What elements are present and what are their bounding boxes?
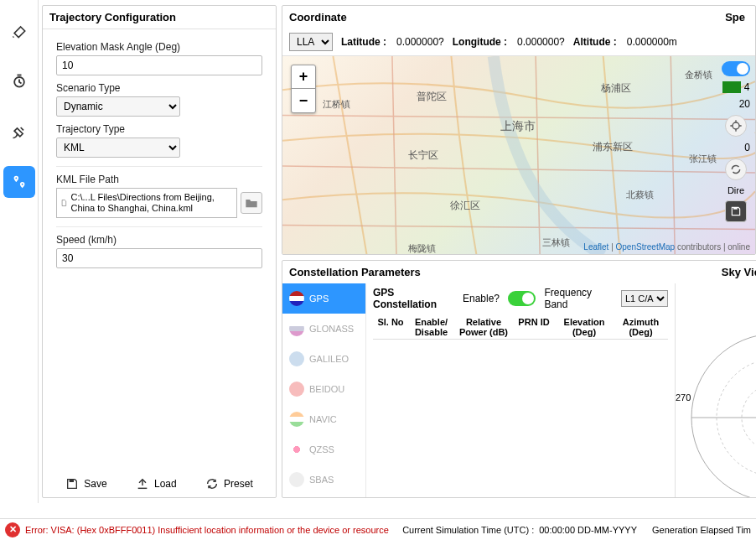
kml-file-icon (60, 197, 67, 209)
side-value: 0 (744, 142, 750, 153)
lon-value: 0.000000? (517, 36, 565, 48)
map-label: 江桥镇 (323, 98, 350, 111)
coord-system-select[interactable]: LLA (289, 33, 333, 51)
satellite-tab-icon[interactable] (3, 116, 35, 148)
const-item-qzss[interactable]: QZSS (282, 434, 365, 465)
constellation-title: Constellation Parameters (282, 261, 427, 283)
map-label: 杨浦区 (601, 81, 631, 96)
speed-input[interactable] (56, 248, 262, 268)
refresh-icon (730, 164, 742, 175)
lat-label: Latitude : (341, 36, 386, 48)
save-button[interactable]: Save (65, 477, 106, 491)
col-azim: Azimuth (Deg) (614, 315, 668, 340)
speed-title: Spe (718, 6, 752, 29)
enable-toggle[interactable] (508, 291, 536, 306)
svg-point-2 (733, 122, 739, 129)
map-layer-toggle[interactable] (722, 61, 750, 76)
legend-green (722, 81, 741, 93)
map-roads (282, 56, 755, 254)
map-side-controls: 4 20 0 Dire (722, 61, 750, 222)
elev-mask-input[interactable] (56, 55, 262, 75)
const-item-sbas[interactable]: SBAS (282, 465, 365, 495)
sim-time-value: 00:00:00 DD-MM-YYYY (539, 525, 637, 535)
time-tab-icon[interactable] (3, 65, 35, 97)
error-text: Error: VISA: (Hex 0xBFFF0011) Insufficie… (25, 525, 389, 535)
scenario-type-label: Scenario Type (56, 82, 262, 94)
const-item-gps[interactable]: GPS (282, 283, 365, 314)
col-power: Relative Power (dB) (454, 315, 513, 340)
traj-type-label: Trajectory Type (56, 123, 262, 135)
map-attribution: Leaflet | OpenStreetMap contributors | o… (583, 242, 750, 252)
coordinate-title: Coordinate (282, 6, 354, 29)
svg-rect-3 (733, 207, 738, 209)
sky-view-panel: 270 (675, 283, 756, 497)
constellation-panel: Constellation Parameters Sky View GPS GL… (282, 260, 756, 498)
col-enable: Enable/ Disable (408, 315, 454, 340)
locate-button[interactable] (725, 115, 747, 137)
const-item-glonass[interactable]: GLONASS (282, 314, 365, 344)
osm-link[interactable]: OpenStreetMap (616, 242, 676, 252)
scenario-type-select[interactable]: Dynamic (56, 96, 180, 117)
constellation-list: GPS GLONASS GALILEO BEIDOU NAVIC QZSS SB… (282, 283, 366, 497)
alt-label: Altitude : (573, 36, 617, 48)
const-item-galileo[interactable]: GALILEO (282, 344, 365, 374)
zoom-out-button[interactable]: − (292, 89, 315, 112)
side-value: 20 (739, 98, 750, 110)
traj-type-select[interactable]: KML (56, 138, 180, 158)
col-elev: Elevation (Deg) (555, 315, 614, 340)
svg-point-4 (691, 334, 756, 497)
const-header: GPS Constellation (373, 287, 454, 310)
map-label: 张江镇 (689, 153, 717, 165)
map-view[interactable]: 普陀区 杨浦区 上海市 长宁区 浦东新区 徐汇区 金桥镇 张江镇 北蔡镇 三林镇… (282, 56, 755, 254)
save-icon (65, 477, 79, 491)
preset-button[interactable]: Preset (205, 477, 253, 491)
flag-icon-eu (289, 351, 304, 366)
status-bar: ✕ Error: VISA: (Hex 0xBFFF0011) Insuffic… (0, 518, 756, 540)
const-item-navic[interactable]: NAVIC (282, 404, 365, 434)
refresh-map-button[interactable] (725, 158, 747, 180)
kml-path-text: C:\...L Files\Directions from Beijing, C… (70, 192, 233, 214)
coordinate-panel: Coordinate Spe LLA Latitude : 0.000000? … (282, 5, 756, 255)
settings-tab-icon[interactable] (3, 15, 35, 47)
load-icon (136, 477, 149, 491)
leaflet-link[interactable]: Leaflet (583, 242, 608, 252)
gen-time-label: Generation Elapsed Tim (652, 525, 751, 535)
enable-label: Enable? (463, 293, 500, 304)
flag-icon-none (289, 472, 304, 487)
freq-band-label: Frequency Band (544, 287, 613, 310)
browse-kml-button[interactable] (241, 192, 262, 214)
map-label: 三林镇 (542, 236, 570, 249)
speed-label: Speed (km/h) (56, 234, 262, 246)
const-item-beidou[interactable]: BEIDOU (282, 374, 365, 404)
nav-rail (0, 0, 39, 503)
kml-path-field[interactable]: C:\...L Files\Directions from Beijing, C… (56, 188, 237, 218)
col-slno: Sl. No (373, 315, 408, 340)
direction-label: Dire (728, 185, 744, 195)
freq-band-select[interactable]: L1 C/A (621, 290, 668, 307)
trajectory-config-panel: Trajectory Configuration Elevation Mask … (42, 5, 277, 498)
panel-title: Trajectory Configuration (43, 6, 276, 29)
flag-icon-cn (289, 382, 304, 397)
refresh-icon (205, 477, 219, 491)
sky-view-title: Sky View (715, 261, 756, 283)
flag-icon-ru (289, 321, 304, 336)
map-label: 金桥镇 (685, 69, 712, 81)
crosshair-icon (729, 119, 743, 132)
load-button[interactable]: Load (136, 477, 177, 491)
kml-label: KML File Path (56, 174, 262, 185)
map-label: 梅陇镇 (408, 242, 436, 254)
map-label: 北蔡镇 (626, 189, 654, 201)
save-map-button[interactable] (725, 200, 747, 222)
svg-rect-1 (70, 480, 74, 482)
error-icon: ✕ (5, 522, 20, 537)
elev-mask-label: Elevation Mask Angle (Deg) (56, 41, 262, 53)
trajectory-tab-icon[interactable] (3, 166, 35, 198)
zoom-in-button[interactable]: + (292, 65, 315, 89)
col-prn: PRN ID (513, 315, 555, 340)
sky-deg-label: 270 (676, 392, 691, 402)
lon-label: Longitude : (453, 36, 507, 48)
folder-icon (245, 197, 258, 209)
save-icon (730, 205, 742, 217)
legend-value: 4 (744, 81, 750, 93)
flag-icon-in (289, 412, 304, 427)
